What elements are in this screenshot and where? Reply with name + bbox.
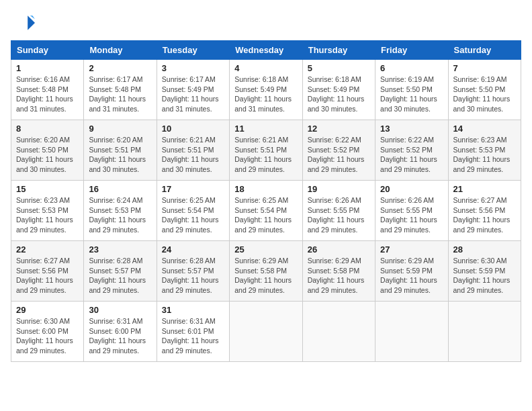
day-number: 16 — [89, 184, 151, 194]
svg-marker-1 — [30, 15, 35, 19]
day-info: Sunrise: 6:23 AM Sunset: 5:53 PM Dayligh… — [453, 135, 516, 175]
week-row-1: 1 Sunrise: 6:16 AM Sunset: 5:48 PM Dayli… — [11, 60, 521, 120]
day-number: 17 — [162, 184, 224, 194]
day-number: 4 — [234, 63, 297, 73]
calendar-body: 1 Sunrise: 6:16 AM Sunset: 5:48 PM Dayli… — [11, 60, 521, 362]
weekday-friday: Friday — [375, 41, 448, 60]
day-number: 31 — [162, 305, 224, 315]
day-info: Sunrise: 6:18 AM Sunset: 5:49 PM Dayligh… — [308, 75, 370, 114]
day-info: Sunrise: 6:19 AM Sunset: 5:50 PM Dayligh… — [453, 75, 516, 114]
calendar-cell — [448, 302, 521, 362]
calendar-cell: 8 Sunrise: 6:20 AM Sunset: 5:50 PM Dayli… — [11, 120, 84, 181]
calendar-table: SundayMondayTuesdayWednesdayThursdayFrid… — [11, 40, 521, 362]
day-number: 20 — [380, 184, 443, 194]
calendar-cell: 25 Sunrise: 6:29 AM Sunset: 5:58 PM Dayl… — [230, 241, 302, 302]
day-number: 15 — [16, 184, 79, 194]
calendar-cell: 1 Sunrise: 6:16 AM Sunset: 5:48 PM Dayli… — [11, 60, 84, 120]
calendar-cell: 28 Sunrise: 6:30 AM Sunset: 5:59 PM Dayl… — [448, 241, 521, 302]
day-info: Sunrise: 6:17 AM Sunset: 5:48 PM Dayligh… — [89, 75, 151, 114]
day-info: Sunrise: 6:26 AM Sunset: 5:55 PM Dayligh… — [308, 195, 370, 235]
calendar-cell: 22 Sunrise: 6:27 AM Sunset: 5:56 PM Dayl… — [11, 241, 84, 302]
day-info: Sunrise: 6:25 AM Sunset: 5:54 PM Dayligh… — [162, 195, 224, 235]
calendar-cell: 11 Sunrise: 6:21 AM Sunset: 5:51 PM Dayl… — [230, 120, 302, 181]
day-number: 29 — [16, 305, 79, 315]
week-row-3: 15 Sunrise: 6:23 AM Sunset: 5:53 PM Dayl… — [11, 181, 521, 241]
calendar-cell: 9 Sunrise: 6:20 AM Sunset: 5:51 PM Dayli… — [84, 120, 157, 181]
calendar-cell: 21 Sunrise: 6:27 AM Sunset: 5:56 PM Dayl… — [448, 181, 521, 241]
calendar-cell: 15 Sunrise: 6:23 AM Sunset: 5:53 PM Dayl… — [11, 181, 84, 241]
logo — [11, 11, 39, 35]
day-info: Sunrise: 6:22 AM Sunset: 5:52 PM Dayligh… — [380, 135, 443, 175]
day-info: Sunrise: 6:28 AM Sunset: 5:57 PM Dayligh… — [162, 256, 224, 295]
calendar-cell: 18 Sunrise: 6:25 AM Sunset: 5:54 PM Dayl… — [230, 181, 302, 241]
calendar-cell: 19 Sunrise: 6:26 AM Sunset: 5:55 PM Dayl… — [302, 181, 375, 241]
day-number: 13 — [380, 124, 443, 134]
day-info: Sunrise: 6:21 AM Sunset: 5:51 PM Dayligh… — [234, 135, 297, 175]
day-info: Sunrise: 6:20 AM Sunset: 5:51 PM Dayligh… — [89, 135, 151, 175]
day-number: 23 — [89, 244, 151, 255]
day-info: Sunrise: 6:24 AM Sunset: 5:53 PM Dayligh… — [89, 195, 151, 235]
week-row-4: 22 Sunrise: 6:27 AM Sunset: 5:56 PM Dayl… — [11, 241, 521, 302]
calendar-cell: 10 Sunrise: 6:21 AM Sunset: 5:51 PM Dayl… — [157, 120, 229, 181]
weekday-tuesday: Tuesday — [157, 41, 229, 60]
day-info: Sunrise: 6:31 AM Sunset: 6:01 PM Dayligh… — [162, 316, 224, 356]
calendar-cell: 17 Sunrise: 6:25 AM Sunset: 5:54 PM Dayl… — [157, 181, 229, 241]
calendar-cell: 5 Sunrise: 6:18 AM Sunset: 5:49 PM Dayli… — [302, 60, 375, 120]
day-number: 30 — [89, 305, 151, 315]
weekday-sunday: Sunday — [11, 41, 84, 60]
calendar-cell: 20 Sunrise: 6:26 AM Sunset: 5:55 PM Dayl… — [375, 181, 448, 241]
day-number: 22 — [16, 244, 79, 255]
day-number: 28 — [453, 244, 516, 255]
calendar-cell: 12 Sunrise: 6:22 AM Sunset: 5:52 PM Dayl… — [302, 120, 375, 181]
day-info: Sunrise: 6:29 AM Sunset: 5:58 PM Dayligh… — [308, 256, 370, 295]
calendar-cell: 6 Sunrise: 6:19 AM Sunset: 5:50 PM Dayli… — [375, 60, 448, 120]
calendar-cell — [375, 302, 448, 362]
weekday-thursday: Thursday — [302, 41, 375, 60]
day-info: Sunrise: 6:20 AM Sunset: 5:50 PM Dayligh… — [16, 135, 79, 175]
calendar-cell: 7 Sunrise: 6:19 AM Sunset: 5:50 PM Dayli… — [448, 60, 521, 120]
weekday-header-row: SundayMondayTuesdayWednesdayThursdayFrid… — [11, 41, 521, 60]
day-info: Sunrise: 6:27 AM Sunset: 5:56 PM Dayligh… — [16, 256, 79, 295]
day-info: Sunrise: 6:22 AM Sunset: 5:52 PM Dayligh… — [308, 135, 370, 175]
day-number: 7 — [453, 63, 516, 73]
calendar-cell: 29 Sunrise: 6:30 AM Sunset: 6:00 PM Dayl… — [11, 302, 84, 362]
day-info: Sunrise: 6:31 AM Sunset: 6:00 PM Dayligh… — [89, 316, 151, 356]
day-info: Sunrise: 6:28 AM Sunset: 5:57 PM Dayligh… — [89, 256, 151, 295]
day-number: 12 — [308, 124, 370, 134]
day-number: 24 — [162, 244, 224, 255]
day-number: 3 — [162, 63, 224, 73]
day-number: 25 — [234, 244, 297, 255]
page-header — [11, 11, 521, 35]
day-number: 27 — [380, 244, 443, 255]
calendar-cell: 4 Sunrise: 6:18 AM Sunset: 5:49 PM Dayli… — [230, 60, 302, 120]
day-number: 10 — [162, 124, 224, 134]
day-info: Sunrise: 6:18 AM Sunset: 5:49 PM Dayligh… — [234, 75, 297, 114]
week-row-5: 29 Sunrise: 6:30 AM Sunset: 6:00 PM Dayl… — [11, 302, 521, 362]
day-info: Sunrise: 6:29 AM Sunset: 5:58 PM Dayligh… — [234, 256, 297, 295]
day-number: 9 — [89, 124, 151, 134]
calendar-cell: 3 Sunrise: 6:17 AM Sunset: 5:49 PM Dayli… — [157, 60, 229, 120]
calendar-cell — [302, 302, 375, 362]
day-info: Sunrise: 6:26 AM Sunset: 5:55 PM Dayligh… — [380, 195, 443, 235]
day-number: 1 — [16, 63, 79, 73]
day-number: 2 — [89, 63, 151, 73]
day-info: Sunrise: 6:16 AM Sunset: 5:48 PM Dayligh… — [16, 75, 79, 114]
day-info: Sunrise: 6:30 AM Sunset: 6:00 PM Dayligh… — [16, 316, 79, 356]
day-info: Sunrise: 6:17 AM Sunset: 5:49 PM Dayligh… — [162, 75, 224, 114]
weekday-saturday: Saturday — [448, 41, 521, 60]
day-info: Sunrise: 6:30 AM Sunset: 5:59 PM Dayligh… — [453, 256, 516, 295]
day-number: 21 — [453, 184, 516, 194]
day-number: 19 — [308, 184, 370, 194]
weekday-monday: Monday — [84, 41, 157, 60]
calendar-cell: 26 Sunrise: 6:29 AM Sunset: 5:58 PM Dayl… — [302, 241, 375, 302]
day-number: 26 — [308, 244, 370, 255]
calendar-cell: 31 Sunrise: 6:31 AM Sunset: 6:01 PM Dayl… — [157, 302, 229, 362]
calendar-cell: 27 Sunrise: 6:29 AM Sunset: 5:59 PM Dayl… — [375, 241, 448, 302]
day-number: 5 — [308, 63, 370, 73]
day-number: 18 — [234, 184, 297, 194]
day-number: 11 — [234, 124, 297, 134]
week-row-2: 8 Sunrise: 6:20 AM Sunset: 5:50 PM Dayli… — [11, 120, 521, 181]
logo-icon — [11, 11, 35, 35]
day-info: Sunrise: 6:25 AM Sunset: 5:54 PM Dayligh… — [234, 195, 297, 235]
day-info: Sunrise: 6:19 AM Sunset: 5:50 PM Dayligh… — [380, 75, 443, 114]
